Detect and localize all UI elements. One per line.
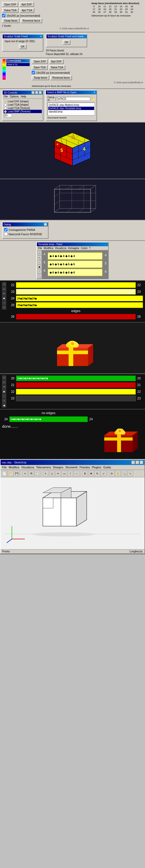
file-item-1[interactable]: DxFACE-slav-Mattoni.bmp [48, 103, 94, 107]
dialog1-ok-button[interactable]: OK [19, 44, 27, 49]
strip2-tool-1[interactable]: ⬡ [2, 375, 6, 380]
open-dxf-button[interactable]: Open DXF [2, 2, 18, 7]
load-tga-label: Load TGA [shape] [8, 103, 28, 106]
seleziona-text: Selezionare qui le facce da rovesciare [91, 14, 143, 17]
strip-tool-6[interactable]: T [2, 305, 6, 309]
file-item-2[interactable]: DxFACE-slav-Template.bmp [48, 107, 94, 110]
tool-eraser-icon[interactable]: □ [38, 260, 42, 264]
paint-menu-help[interactable]: ? [89, 247, 91, 250]
sketchup-canvas [1, 477, 144, 549]
recommended-checkbox[interactable] [2, 14, 5, 17]
menu-file[interactable]: File [4, 95, 8, 98]
strip-tool-5[interactable]: / [2, 301, 6, 305]
paint-menu-colori[interactable]: Colori [81, 247, 88, 250]
sk-menu-disegno[interactable]: Disegno [53, 466, 63, 469]
save-tga-btn2[interactable]: Save TGA [32, 65, 48, 70]
sk-tool-pencil[interactable]: ✏ [55, 471, 61, 476]
sk-menu-filo[interactable]: Filo [2, 466, 7, 469]
sk-tool-rotate[interactable]: ↻ [94, 471, 100, 476]
strip2-tool-5[interactable]: / [2, 394, 6, 398]
sk-tool-open[interactable]: 📂 [8, 471, 14, 476]
sk-tool-move[interactable]: ✥ [88, 471, 94, 476]
apri-tga-button[interactable]: Apri TGA [20, 8, 34, 13]
close-icon[interactable]: ✕ [39, 91, 42, 94]
load-dxf-item[interactable]: Load DXF [shape] [4, 100, 42, 103]
sk-maximize-icon[interactable]: □ [136, 461, 139, 464]
swap-btn2[interactable]: Swap faces [32, 75, 49, 80]
sk-menu-guida[interactable]: Guida [103, 466, 111, 469]
recommended-checkbox2[interactable] [32, 71, 35, 74]
sk-tool-line[interactable]: / [68, 471, 73, 476]
piano-checkbox1[interactable] [4, 228, 7, 231]
tool-zoom-icon[interactable]: 🔍 [38, 274, 42, 278]
sk-tool-new[interactable]: 📄 [2, 471, 7, 476]
bmp-close-icon[interactable]: ✕ [93, 91, 95, 94]
paint-menu-visualizza[interactable]: Visualizza [55, 247, 66, 250]
sk-tool-paste[interactable]: 📋 [34, 471, 40, 476]
sk-menu-strumenti[interactable]: Strumenti [65, 466, 77, 469]
sk-minimize-icon[interactable]: _ [131, 461, 135, 464]
paint-menu-modifica[interactable]: Modifica [44, 247, 53, 250]
strip2-tool-3[interactable]: ✏ [2, 385, 6, 389]
menu-help[interactable]: Help [21, 95, 26, 98]
apri-dxf-btn2[interactable]: Apri DXF [49, 59, 64, 64]
sk-tool-pan[interactable]: ✋ [115, 471, 121, 476]
sk-tool-save[interactable]: 💾 [14, 471, 20, 476]
sk-tool-push[interactable]: ⬆ [82, 471, 88, 476]
rovescia-facce-button[interactable]: Rovescia facce [21, 18, 42, 23]
menu-options[interactable]: Options [10, 95, 19, 98]
row20-left: 20 [9, 377, 15, 380]
sk-tool-scale[interactable]: ⤢ [101, 471, 106, 476]
extensions-viewinsl-item[interactable]: View in SL [6, 63, 30, 66]
strip2-tool-4[interactable]: ▣ [2, 390, 6, 394]
strip-tool-3[interactable]: ✏ [2, 291, 6, 296]
piano-checkbox2[interactable] [4, 232, 7, 236]
dialog1-ok-row: OK [5, 44, 41, 49]
strip2-tool-7[interactable]: ◼ [2, 403, 6, 407]
load-tga2-item[interactable]: Load TGA [Texture] [4, 106, 42, 110]
strip2-tool-2[interactable]: ▭ [2, 380, 6, 384]
cerca-in-input[interactable] [55, 97, 90, 101]
strip-tool-1[interactable]: ⬡ [2, 282, 6, 286]
sk-tool-cut[interactable]: ✂ [22, 471, 28, 476]
sk-close-icon[interactable]: ✕ [140, 461, 143, 464]
paint-menu-immagine[interactable]: Immagine [68, 247, 79, 250]
rovescia-btn2[interactable]: Rovescia facce [50, 75, 72, 80]
file-item-3[interactable]: slandid.bmp [48, 110, 94, 113]
sk-menu-plugins[interactable]: Plugins [92, 466, 101, 469]
swap-faces-button[interactable]: Swap faces [2, 18, 20, 23]
sk-tool-copy[interactable]: ⧉ [28, 471, 34, 476]
load-tga-item[interactable]: Load TGA [shape] [4, 103, 42, 106]
tool-pencil-icon[interactable]: ✏ [38, 255, 42, 259]
sk-tool-select[interactable]: ↖ [43, 471, 49, 476]
sk-menu-telecamera[interactable]: Telecamera [36, 466, 51, 469]
apri-tga-btn2[interactable]: Salva TGA [49, 65, 65, 70]
tool-bucket-icon[interactable]: ▣ [38, 265, 42, 269]
open-dxf-btn2[interactable]: Open DXF [32, 59, 48, 64]
piano-close-icon[interactable]: ✕ [44, 223, 47, 226]
tool-line-icon[interactable]: / [38, 269, 42, 274]
minimize-icon[interactable]: _ [31, 91, 34, 94]
sk-tool-rect[interactable]: ▭ [62, 471, 67, 476]
sk-tool-orbit[interactable]: ⟳ [109, 471, 115, 476]
sk-menu-finestra[interactable]: Finestra [79, 466, 90, 469]
sk-menu-visualizza[interactable]: Visualizza [21, 466, 34, 469]
strip2-tool-6[interactable]: T [2, 399, 6, 403]
sk-tool-circle[interactable]: ○ [74, 471, 79, 476]
maximize-icon[interactable]: □ [35, 91, 38, 94]
strip-tool-4[interactable]: ▣ [2, 296, 6, 300]
sk-tool-zoom[interactable]: 🔍 [121, 471, 127, 476]
dialog2-ok-button[interactable]: OK [63, 40, 70, 45]
load-bmp-item[interactable]: Load BMP [Texture] [4, 110, 42, 113]
paint-menu-file[interactable]: File [38, 247, 42, 250]
folder-icon[interactable]: 📁 [91, 97, 95, 100]
field-input[interactable] [4, 113, 12, 117]
tool-select-icon[interactable]: ▭ [38, 251, 42, 255]
apri-dxf-button[interactable]: Apri DXF [19, 2, 34, 7]
sk-tool-zoomfit[interactable]: ⤡ [127, 471, 133, 476]
salva-tga-button[interactable]: Salva TGA [2, 8, 19, 13]
dialog1-close-icon[interactable]: ✕ [40, 35, 42, 38]
sk-menu-modifica[interactable]: Modifica [9, 466, 19, 469]
sk-tool-eraser[interactable]: ◻ [49, 471, 55, 476]
strip-tool-2[interactable]: ▭ [2, 287, 6, 291]
